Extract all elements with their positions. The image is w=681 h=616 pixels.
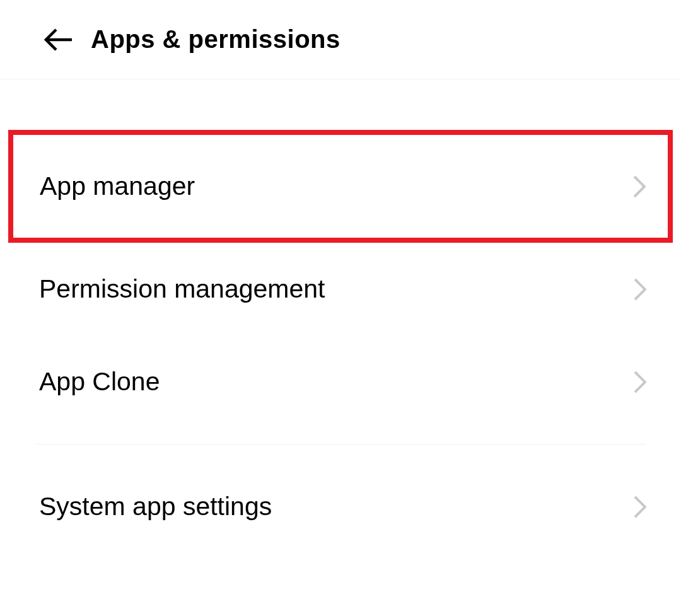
list-item-system-app-settings[interactable]: System app settings <box>0 460 681 553</box>
list-item-label: System app settings <box>39 492 272 521</box>
header-bar: Apps & permissions <box>0 0 681 79</box>
list-item-permission-management[interactable]: Permission management <box>0 243 681 335</box>
chevron-right-icon <box>634 278 646 301</box>
list-item-label: App manager <box>40 171 195 201</box>
header-spacer <box>0 79 681 130</box>
list-item-app-manager[interactable]: App manager <box>8 130 673 243</box>
list-item-label: App Clone <box>39 367 160 397</box>
chevron-right-icon <box>634 371 646 393</box>
chevron-right-icon <box>634 496 646 518</box>
back-icon[interactable] <box>44 28 73 51</box>
chevron-right-icon <box>633 175 646 198</box>
list-item-app-clone[interactable]: App Clone <box>0 335 681 428</box>
group-divider <box>37 444 646 445</box>
page-title: Apps & permissions <box>91 25 340 54</box>
list-item-label: Permission management <box>39 274 325 304</box>
